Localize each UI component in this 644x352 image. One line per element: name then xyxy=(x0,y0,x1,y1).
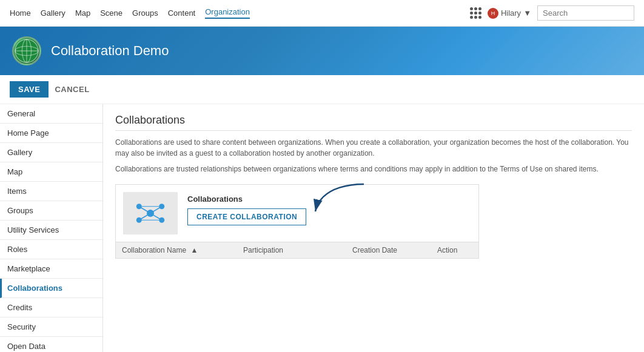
user-name: Hilary xyxy=(501,8,521,18)
collab-right-panel: Collaborations CREATE COLLABORATION xyxy=(187,192,306,225)
nav-home[interactable]: Home xyxy=(10,8,31,18)
sidebar-item-collaborations[interactable]: Collaborations xyxy=(0,279,102,298)
sort-icon: ▲ xyxy=(190,246,198,254)
create-collaboration-button[interactable]: CREATE COLLABORATION xyxy=(187,208,306,225)
sidebar-item-marketplace[interactable]: Marketplace xyxy=(0,259,102,279)
nav-organization[interactable]: Organization xyxy=(205,7,250,19)
col-participation[interactable]: Participation xyxy=(237,242,346,258)
nav-groups[interactable]: Groups xyxy=(132,8,158,18)
sidebar-item-items[interactable]: Items xyxy=(0,182,102,201)
table-header: Collaboration Name ▲ Participation Creat… xyxy=(115,242,479,259)
nav-map[interactable]: Map xyxy=(75,8,90,18)
save-button[interactable]: SAVE xyxy=(10,81,49,98)
sidebar-item-security[interactable]: Security xyxy=(0,317,102,337)
banner-title: Collaboration Demo xyxy=(51,43,169,59)
page-title: Collaborations xyxy=(115,114,632,131)
sidebar-item-roles[interactable]: Roles xyxy=(0,240,102,259)
cancel-button[interactable]: CANCEL xyxy=(55,85,89,94)
nav-scene[interactable]: Scene xyxy=(100,8,122,18)
sidebar-item-general[interactable]: General xyxy=(0,104,102,124)
sidebar: General Home Page Gallery Map Items Grou… xyxy=(0,104,103,352)
collab-box-title: Collaborations xyxy=(187,194,306,204)
description-1: Collaborations are used to share content… xyxy=(115,137,632,159)
content-area: Collaborations Collaborations are used t… xyxy=(103,104,644,352)
user-menu[interactable]: H Hilary ▼ xyxy=(488,8,531,19)
chevron-down-icon: ▼ xyxy=(523,8,531,18)
nav-content[interactable]: Content xyxy=(168,8,196,18)
organization-logo xyxy=(12,36,41,65)
toolbar: SAVE CANCEL xyxy=(0,75,644,104)
nav-right: H Hilary ▼ xyxy=(470,5,634,21)
main-area: General Home Page Gallery Map Items Grou… xyxy=(0,104,644,352)
user-avatar: H xyxy=(488,8,498,19)
sidebar-item-utility-services[interactable]: Utility Services xyxy=(0,221,102,240)
description-2: Collaborations are trusted relationships… xyxy=(115,164,632,174)
sidebar-item-gallery[interactable]: Gallery xyxy=(0,143,102,162)
sidebar-item-credits[interactable]: Credits xyxy=(0,298,102,317)
sidebar-item-groups[interactable]: Groups xyxy=(0,201,102,221)
col-action: Action xyxy=(431,242,478,258)
sidebar-item-home-page[interactable]: Home Page xyxy=(0,124,102,143)
sidebar-item-map[interactable]: Map xyxy=(0,162,102,182)
banner: Collaboration Demo xyxy=(0,27,644,75)
apps-grid-icon[interactable] xyxy=(470,7,481,19)
nav-gallery[interactable]: Gallery xyxy=(41,8,65,18)
top-navigation: Home Gallery Map Scene Groups Content Or… xyxy=(0,0,644,27)
col-creation-date[interactable]: Creation Date xyxy=(346,242,431,258)
search-input[interactable] xyxy=(537,5,634,21)
sidebar-item-open-data[interactable]: Open Data xyxy=(0,337,102,352)
collaboration-box: Collaborations CREATE COLLABORATION xyxy=(115,184,479,242)
collaboration-image xyxy=(123,192,178,234)
col-collaboration-name[interactable]: Collaboration Name ▲ xyxy=(116,242,237,258)
nav-links: Home Gallery Map Scene Groups Content Or… xyxy=(10,7,250,19)
